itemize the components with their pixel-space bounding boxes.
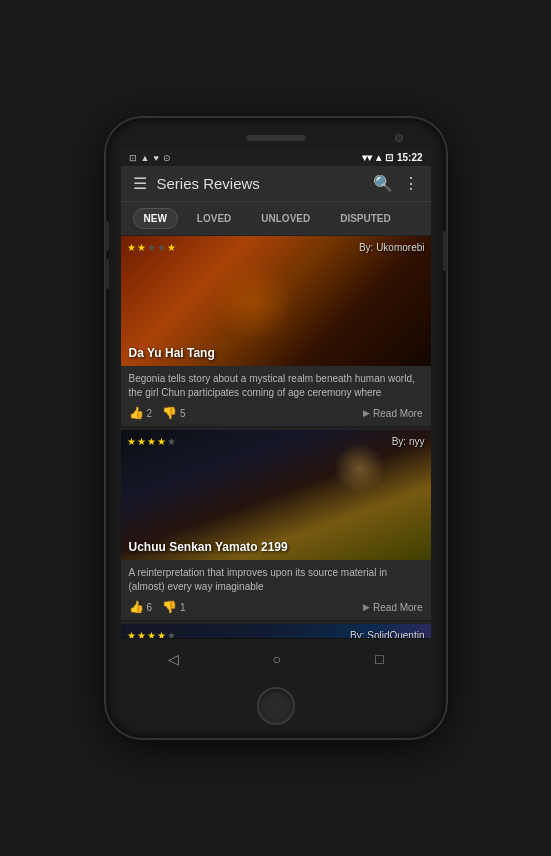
star-1: ★ bbox=[127, 242, 136, 253]
power-button[interactable] bbox=[443, 231, 447, 271]
star-4: ★ bbox=[157, 242, 166, 253]
status-left-icons: ⊡ ▲ ♥ ⊙ bbox=[129, 153, 171, 163]
star2-1: ★ bbox=[127, 436, 136, 447]
thumbs-down-btn-2[interactable]: 👎 1 bbox=[162, 600, 186, 614]
review-author-1: By: Ukomorebi bbox=[359, 242, 425, 253]
search-icon[interactable]: 🔍 bbox=[373, 174, 393, 193]
tab-disputed[interactable]: DISPUTED bbox=[329, 208, 402, 229]
star3-2: ★ bbox=[137, 630, 146, 638]
notification-icon-4: ⊙ bbox=[163, 153, 171, 163]
phone-frame: ⊡ ▲ ♥ ⊙ ▾▾ ▴ ⊡ 15:22 ☰ Series Reviews 🔍 … bbox=[106, 118, 446, 738]
read-more-arrow-2: ▶ bbox=[363, 602, 370, 612]
review-body-1: Begonia tells story about a mystical rea… bbox=[121, 366, 431, 426]
thumbs-up-count-2: 6 bbox=[147, 602, 153, 613]
status-right-info: ▾▾ ▴ ⊡ 15:22 bbox=[362, 152, 423, 163]
star3-4: ★ bbox=[157, 630, 166, 638]
review-image-3: ★ ★ ★ ★ ★ By: SolidQuentin bbox=[121, 624, 431, 638]
speaker bbox=[246, 135, 306, 141]
notification-icon-3: ♥ bbox=[153, 153, 158, 163]
star3-1: ★ bbox=[127, 630, 136, 638]
front-camera bbox=[395, 134, 403, 142]
star-rating-3: ★ ★ ★ ★ ★ bbox=[127, 630, 176, 638]
home-button[interactable]: ○ bbox=[253, 647, 301, 671]
back-button[interactable]: ◁ bbox=[148, 647, 199, 671]
star-3: ★ bbox=[147, 242, 156, 253]
star2-3: ★ bbox=[147, 436, 156, 447]
review-image-2: ★ ★ ★ ★ ★ By: nyy Uchuu Senkan Yamato 21… bbox=[121, 430, 431, 560]
review-image-1: ★ ★ ★ ★ ★ By: Ukomorebi Da Yu Hai Tang bbox=[121, 236, 431, 366]
read-more-label-2: Read More bbox=[373, 602, 422, 613]
physical-home-button[interactable] bbox=[257, 687, 295, 725]
star2-2: ★ bbox=[137, 436, 146, 447]
wifi-icon: ▴ bbox=[376, 152, 381, 163]
notification-icon-2: ▲ bbox=[141, 153, 150, 163]
review-description-1: Begonia tells story about a mystical rea… bbox=[129, 372, 423, 400]
review-title-1: Da Yu Hai Tang bbox=[129, 346, 215, 360]
screen: ⊡ ▲ ♥ ⊙ ▾▾ ▴ ⊡ 15:22 ☰ Series Reviews 🔍 … bbox=[121, 149, 431, 679]
notification-icon-1: ⊡ bbox=[129, 153, 137, 163]
thumb-down-icon-2: 👎 bbox=[162, 600, 177, 614]
signal-icon: ▾▾ bbox=[362, 152, 372, 163]
review-footer-2: 👍 6 👎 1 ▶ Read More bbox=[129, 600, 423, 614]
tab-loved[interactable]: LOVED bbox=[186, 208, 242, 229]
review-title-2: Uchuu Senkan Yamato 2199 bbox=[129, 540, 288, 554]
thumbs-down-btn-1[interactable]: 👎 5 bbox=[162, 406, 186, 420]
thumbs-down-count-1: 5 bbox=[180, 408, 186, 419]
star-rating-2: ★ ★ ★ ★ ★ bbox=[127, 436, 176, 447]
thumbs-down-count-2: 1 bbox=[180, 602, 186, 613]
time-display: 15:22 bbox=[397, 152, 423, 163]
star-2: ★ bbox=[137, 242, 146, 253]
toolbar: ☰ Series Reviews 🔍 ⋮ bbox=[121, 166, 431, 202]
review-card-2: ★ ★ ★ ★ ★ By: nyy Uchuu Senkan Yamato 21… bbox=[121, 430, 431, 621]
recent-apps-button[interactable]: □ bbox=[355, 647, 403, 671]
star3-5: ★ bbox=[167, 630, 176, 638]
tab-unloved[interactable]: UNLOVED bbox=[250, 208, 321, 229]
menu-icon[interactable]: ☰ bbox=[133, 174, 147, 193]
review-footer-1: 👍 2 👎 5 ▶ Read More bbox=[129, 406, 423, 420]
phone-top-bar bbox=[119, 135, 433, 141]
volume-down-button[interactable] bbox=[105, 259, 109, 289]
review-card: ★ ★ ★ ★ ★ By: Ukomorebi Da Yu Hai Tang B… bbox=[121, 236, 431, 427]
thumb-down-icon-1: 👎 bbox=[162, 406, 177, 420]
read-more-arrow-1: ▶ bbox=[363, 408, 370, 418]
star2-5: ★ bbox=[167, 436, 176, 447]
thumb-up-icon-1: 👍 bbox=[129, 406, 144, 420]
star3-3: ★ bbox=[147, 630, 156, 638]
tab-new[interactable]: NEW bbox=[133, 208, 178, 229]
read-more-label-1: Read More bbox=[373, 408, 422, 419]
more-options-icon[interactable]: ⋮ bbox=[403, 174, 419, 193]
status-bar: ⊡ ▲ ♥ ⊙ ▾▾ ▴ ⊡ 15:22 bbox=[121, 149, 431, 166]
thumbs-up-btn-2[interactable]: 👍 6 bbox=[129, 600, 153, 614]
thumbs-up-btn-1[interactable]: 👍 2 bbox=[129, 406, 153, 420]
thumbs-up-count-1: 2 bbox=[147, 408, 153, 419]
review-card-3: ★ ★ ★ ★ ★ By: SolidQuentin bbox=[121, 624, 431, 638]
read-more-btn-2[interactable]: ▶ Read More bbox=[363, 602, 422, 613]
review-author-2: By: nyy bbox=[392, 436, 425, 447]
phone-bottom-bar bbox=[119, 687, 433, 725]
star2-4: ★ bbox=[157, 436, 166, 447]
review-description-2: A reinterpretation that improves upon it… bbox=[129, 566, 423, 594]
review-author-3: By: SolidQuentin bbox=[350, 630, 425, 638]
volume-up-button[interactable] bbox=[105, 221, 109, 251]
tabs-bar: NEW LOVED UNLOVED DISPUTED bbox=[121, 202, 431, 236]
thumb-up-icon-2: 👍 bbox=[129, 600, 144, 614]
reviews-list: ★ ★ ★ ★ ★ By: Ukomorebi Da Yu Hai Tang B… bbox=[121, 236, 431, 638]
battery-icon: ⊡ bbox=[385, 152, 393, 163]
app-title: Series Reviews bbox=[157, 175, 363, 192]
bottom-navigation: ◁ ○ □ bbox=[121, 638, 431, 679]
review-body-2: A reinterpretation that improves upon it… bbox=[121, 560, 431, 620]
read-more-btn-1[interactable]: ▶ Read More bbox=[363, 408, 422, 419]
star-rating-1: ★ ★ ★ ★ ★ bbox=[127, 242, 176, 253]
star-5: ★ bbox=[167, 242, 176, 253]
